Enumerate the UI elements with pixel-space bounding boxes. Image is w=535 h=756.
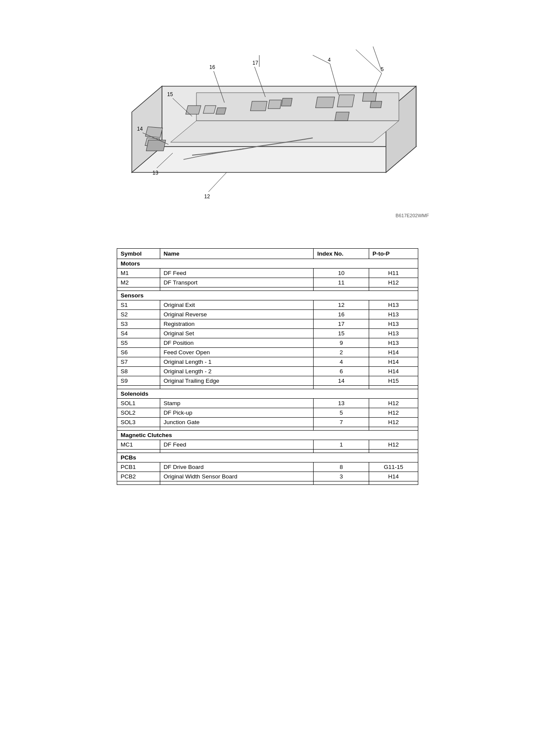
svg-rect-17 [145, 127, 162, 137]
table-row: S4Original Set15H13 [117, 329, 418, 338]
svg-rect-13 [337, 95, 355, 107]
cell-ptop: H13 [369, 300, 418, 310]
cell-ptop: H14 [369, 348, 418, 357]
cell-index: 12 [314, 300, 369, 310]
cell-name: Original Set [160, 329, 314, 338]
empty-row [117, 287, 418, 291]
cell-name: Stamp [160, 399, 314, 408]
header-name: Name [160, 249, 314, 259]
main-table: Symbol Name Index No. P-to-P MotorsM1DF … [117, 248, 418, 485]
cell-index: 14 [314, 376, 369, 386]
cell-name: DF Drive Board [160, 462, 314, 472]
section-label-4: PCBs [117, 453, 418, 462]
cell-ptop: H14 [369, 472, 418, 481]
empty-row [117, 450, 418, 453]
cell-ptop: H13 [369, 329, 418, 338]
section-row-1: Sensors [117, 291, 418, 300]
svg-text:13: 13 [152, 170, 159, 176]
cell-ptop: H13 [369, 310, 418, 319]
svg-marker-0 [132, 147, 416, 172]
table-row: S9Original Trailing Edge14H15 [117, 376, 418, 386]
table-row: PCB1DF Drive Board8G11-15 [117, 462, 418, 472]
svg-rect-14 [335, 112, 349, 121]
cell-symbol: MC1 [117, 440, 160, 450]
cell-index: 2 [314, 348, 369, 357]
table-row: SOL3Junction Gate7H12 [117, 418, 418, 427]
cell-index: 10 [314, 269, 369, 278]
cell-name: DF Position [160, 338, 314, 348]
table-row: M1DF Feed10H11 [117, 269, 418, 278]
cell-symbol: S3 [117, 319, 160, 329]
section-label-2: Solenoids [117, 389, 418, 399]
svg-line-37 [313, 55, 330, 64]
cell-index: 17 [314, 319, 369, 329]
empty-row [117, 386, 418, 389]
cell-symbol: SOL3 [117, 418, 160, 427]
cell-name: Original Width Sensor Board [160, 472, 314, 481]
header-index: Index No. [314, 249, 369, 259]
cell-symbol: M2 [117, 278, 160, 287]
svg-line-38 [356, 50, 382, 73]
section-row-3: Magnetic Clutches [117, 431, 418, 440]
svg-text:14: 14 [137, 126, 143, 132]
cell-symbol: S5 [117, 338, 160, 348]
cell-ptop: H12 [369, 440, 418, 450]
svg-line-39 [373, 47, 382, 71]
cell-name: Original Exit [160, 300, 314, 310]
svg-rect-10 [268, 100, 282, 109]
table-row: S1Original Exit12H13 [117, 300, 418, 310]
cell-name: DF Pick-up [160, 408, 314, 418]
cell-index: 11 [314, 278, 369, 287]
diagram-caption: B617E202WMF [106, 213, 429, 218]
svg-text:15: 15 [167, 91, 173, 97]
header-symbol: Symbol [117, 249, 160, 259]
cell-symbol: SOL2 [117, 408, 160, 418]
cell-ptop: H12 [369, 278, 418, 287]
table-row: S3Registration17H13 [117, 319, 418, 329]
cell-index: 9 [314, 338, 369, 348]
cell-index: 7 [314, 418, 369, 427]
svg-rect-12 [315, 97, 334, 108]
section-label-3: Magnetic Clutches [117, 431, 418, 440]
cell-name: DF Feed [160, 269, 314, 278]
cell-symbol: S2 [117, 310, 160, 319]
cell-name: Junction Gate [160, 418, 314, 427]
empty-row [117, 481, 418, 485]
svg-rect-8 [216, 108, 226, 114]
svg-marker-4 [171, 121, 399, 142]
cell-symbol: S7 [117, 357, 160, 367]
cell-name: Registration [160, 319, 314, 329]
table-row: PCB2Original Width Sensor Board3H14 [117, 472, 418, 481]
empty-row [117, 427, 418, 431]
diagram-container: 17 16 4 5 15 14 13 [106, 26, 429, 211]
svg-line-34 [208, 172, 227, 192]
section-row-0: Motors [117, 259, 418, 269]
section-row-4: PCBs [117, 453, 418, 462]
cell-ptop: H12 [369, 418, 418, 427]
cell-ptop: G11-15 [369, 462, 418, 472]
table-row: S5DF Position9H13 [117, 338, 418, 348]
cell-name: Feed Cover Open [160, 348, 314, 357]
section-row-2: Solenoids [117, 389, 418, 399]
cell-symbol: PCB2 [117, 472, 160, 481]
diagram-svg: 17 16 4 5 15 14 13 [106, 26, 429, 211]
cell-name: DF Transport [160, 278, 314, 287]
svg-rect-7 [203, 106, 216, 113]
cell-index: 6 [314, 367, 369, 376]
cell-name: Original Trailing Edge [160, 376, 314, 386]
diagram-area: 17 16 4 5 15 14 13 [26, 17, 509, 218]
table-row: S8Original Length - 26H14 [117, 367, 418, 376]
cell-symbol: M1 [117, 269, 160, 278]
table-row: SOL1Stamp13H12 [117, 399, 418, 408]
table-row: MC1DF Feed1H12 [117, 440, 418, 450]
cell-index: 4 [314, 357, 369, 367]
table-row: S6Feed Cover Open2H14 [117, 348, 418, 357]
cell-ptop: H13 [369, 319, 418, 329]
section-label-0: Motors [117, 259, 418, 269]
table-row: S2Original Reverse16H13 [117, 310, 418, 319]
cell-name: DF Feed [160, 440, 314, 450]
svg-rect-11 [281, 98, 292, 106]
cell-index: 8 [314, 462, 369, 472]
cell-ptop: H15 [369, 376, 418, 386]
table-area: Symbol Name Index No. P-to-P MotorsM1DF … [117, 248, 418, 485]
